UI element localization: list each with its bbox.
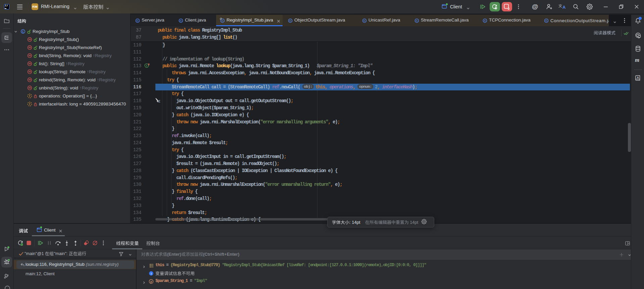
svg-text:m: m xyxy=(29,38,31,41)
svg-text:C: C xyxy=(416,19,418,22)
svg-text:C: C xyxy=(484,19,486,22)
svg-text:m: m xyxy=(29,70,31,73)
svg-text:m: m xyxy=(29,62,31,65)
svg-text:m: m xyxy=(29,86,31,89)
svg-text:A: A xyxy=(637,76,639,79)
svg-text:f: f xyxy=(29,94,30,98)
svg-text:C: C xyxy=(363,19,365,22)
svg-text:I: I xyxy=(146,64,147,67)
svg-text:m: m xyxy=(29,46,31,49)
svg-text:C: C xyxy=(545,19,547,22)
svg-text:C: C xyxy=(137,19,139,22)
svg-text:C: C xyxy=(221,19,224,22)
svg-text:2: 2 xyxy=(508,7,509,10)
svg-text:f: f xyxy=(29,102,30,106)
svg-text:m: m xyxy=(29,54,31,57)
svg-text:C: C xyxy=(22,30,24,33)
svg-text:C: C xyxy=(289,19,291,22)
svg-text:p: p xyxy=(150,280,152,283)
svg-text:m: m xyxy=(29,78,31,81)
svg-text:C: C xyxy=(180,19,182,22)
